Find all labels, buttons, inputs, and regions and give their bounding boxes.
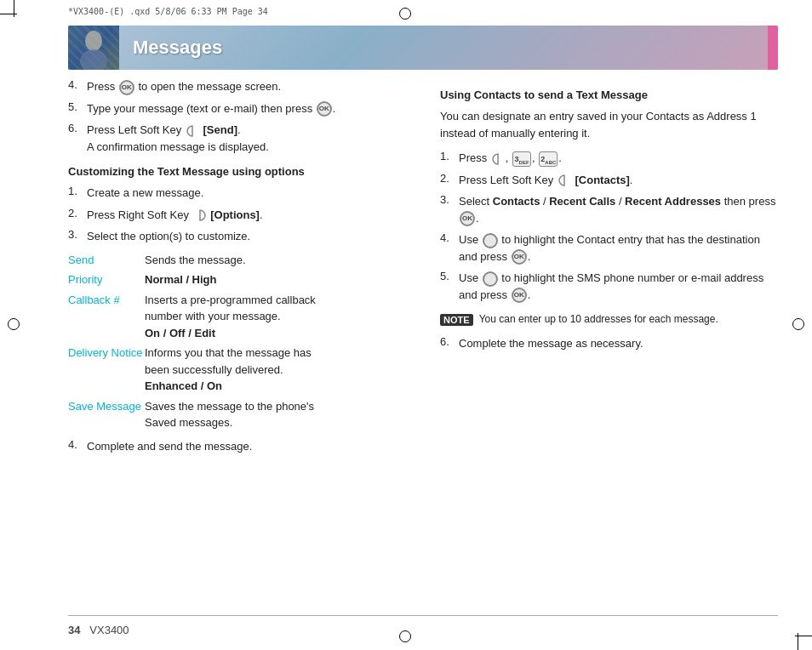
crop-mark-tl-v — [14, 0, 14, 17]
right-step-text-1: Press , 3DEF, 2ABC. — [459, 150, 778, 167]
footer-model: VX3400 — [89, 624, 129, 636]
step-num-4: 4. — [68, 78, 87, 91]
option-priority: Priority Normal / High — [68, 271, 406, 288]
page-reference: *VX3400-(E) .qxd 5/8/06 6:33 PM Page 34 — [68, 7, 268, 16]
step-4-open: 4. Press OK to open the message screen. — [68, 78, 406, 95]
crop-mark-tl-h — [0, 14, 17, 14]
reg-mark-right — [792, 318, 804, 330]
right-final-step-num: 6. — [440, 335, 459, 348]
step-num-5: 5. — [68, 100, 87, 113]
cust-step-3: 3. Select the option(s) to customize. — [68, 228, 406, 245]
softkey-icon-r1 — [491, 152, 505, 166]
page-title: Messages — [119, 37, 222, 59]
ok-icon-5: OK — [317, 101, 332, 117]
right-section-title: Using Contacts to send a Text Message — [440, 88, 778, 101]
footer: 34 VX3400 — [68, 624, 778, 636]
key-3def: 3DEF — [512, 151, 531, 167]
ok-icon-r3: OK — [460, 211, 475, 226]
right-step-num-5: 5. — [440, 270, 459, 282]
customize-title: Customizing the Text Message using optio… — [68, 165, 406, 178]
option-desc-save: Saves the message to the phone'sSaved me… — [145, 398, 406, 431]
step-text-4: Press OK to open the message screen. — [87, 78, 406, 95]
cust-step-num-1: 1. — [68, 185, 87, 197]
left-final-step: 4. Complete and send the message. — [68, 438, 406, 455]
option-save: Save Message Saves the message to the ph… — [68, 398, 406, 431]
nav-icon-r4 — [483, 233, 498, 248]
reg-mark-top — [399, 8, 411, 20]
right-softkey-icon — [193, 208, 207, 222]
svg-point-1 — [85, 31, 102, 51]
right-step-3: 3. Select Contacts / Recent Calls / Rece… — [440, 193, 778, 226]
crop-mark-br-v — [798, 633, 798, 650]
right-step-4: 4. Use to highlight the Contact entry th… — [440, 231, 778, 265]
page-header: Messages — [68, 26, 778, 70]
option-desc-send: Sends the message. — [145, 252, 406, 269]
step-5-type: 5. Type your message (text or e-mail) th… — [68, 100, 406, 117]
option-label-save: Save Message — [68, 398, 145, 415]
right-step-num-4: 4. — [440, 231, 459, 244]
right-intro: You can designate an entry saved in your… — [440, 108, 778, 141]
header-accent-bar — [768, 26, 778, 70]
right-final-step: 6. Complete the message as necessary. — [440, 335, 778, 352]
key-2abc: 2ABC — [539, 151, 558, 167]
right-step-text-2: Press Left Soft Key [Contacts]. — [459, 172, 778, 189]
contacts-label: [Contacts] — [575, 174, 630, 186]
left-softkey-icon — [186, 124, 199, 138]
right-step-num-2: 2. — [440, 172, 459, 185]
step-text-6: Press Left Soft Key [Send]. A confirmati… — [87, 122, 406, 155]
option-desc-delivery: Informs you that the message hasbeen suc… — [145, 345, 406, 395]
left-column: 4. Press OK to open the message screen. … — [68, 78, 423, 607]
cust-step-text-1: Create a new message. — [87, 185, 406, 202]
cust-step-num-3: 3. — [68, 228, 87, 241]
send-label: [Send] — [203, 123, 237, 136]
right-step-5: 5. Use to highlight the SMS phone number… — [440, 270, 778, 303]
right-step-num-1: 1. — [440, 150, 459, 162]
ok-icon-4: OK — [119, 80, 134, 95]
option-label-callback: Callback # — [68, 292, 145, 309]
step-num-6: 6. — [68, 122, 87, 134]
option-desc-callback: Inserts a pre-programmed callbacknumber … — [145, 292, 406, 342]
cust-step-text-3: Select the option(s) to customize. — [87, 228, 406, 245]
option-delivery: Delivery Notice Informs you that the mes… — [68, 345, 406, 395]
option-label-send: Send — [68, 252, 145, 269]
option-callback: Callback # Inserts a pre-programmed call… — [68, 292, 406, 342]
options-label: [Options] — [210, 208, 260, 221]
options-table: Send Sends the message. Priority Normal … — [68, 252, 406, 431]
option-desc-priority: Normal / High — [145, 271, 406, 288]
cust-step-text-2: Press Right Soft Key [Options]. — [87, 207, 406, 224]
ok-icon-r4: OK — [512, 249, 527, 265]
customize-section: Customizing the Text Message using optio… — [68, 165, 406, 245]
step-6-send: 6. Press Left Soft Key [Send]. A confirm… — [68, 122, 406, 155]
option-label-delivery: Delivery Notice — [68, 345, 145, 362]
reg-mark-left — [8, 318, 20, 330]
note-label: NOTE — [440, 314, 473, 326]
step-text-5: Type your message (text or e-mail) then … — [87, 100, 406, 117]
right-column: Using Contacts to send a Text Message Yo… — [423, 78, 778, 607]
ok-icon-r5: OK — [512, 288, 527, 303]
right-step-num-3: 3. — [440, 193, 459, 206]
note-block: NOTE You can enter up to 10 addresses fo… — [440, 311, 778, 327]
footer-page-number: 34 — [68, 624, 80, 636]
main-content: 4. Press OK to open the message screen. … — [68, 78, 778, 607]
header-image — [68, 26, 119, 70]
note-text: You can enter up to 10 addresses for eac… — [479, 313, 718, 325]
right-step-text-5: Use to highlight the SMS phone number or… — [459, 270, 778, 303]
cust-step-num-2: 2. — [68, 207, 87, 220]
right-step-text-3: Select Contacts / Recent Calls / Recent … — [459, 193, 778, 226]
footer-divider — [68, 615, 778, 616]
softkey-icon-r2 — [558, 174, 571, 187]
cust-step-2: 2. Press Right Soft Key [Options]. — [68, 207, 406, 224]
cust-step-1: 1. Create a new message. — [68, 185, 406, 202]
right-step-1: 1. Press , 3DEF, 2ABC. — [440, 150, 778, 167]
option-label-priority: Priority — [68, 271, 145, 288]
nav-icon-r5 — [483, 271, 498, 287]
left-final-step-text: Complete and send the message. — [87, 438, 406, 455]
right-step-2: 2. Press Left Soft Key [Contacts]. — [440, 172, 778, 189]
left-final-step-num: 4. — [68, 438, 87, 451]
right-step-text-4: Use to highlight the Contact entry that … — [459, 231, 778, 265]
right-final-step-text: Complete the message as necessary. — [459, 335, 778, 352]
option-send: Send Sends the message. — [68, 252, 406, 269]
